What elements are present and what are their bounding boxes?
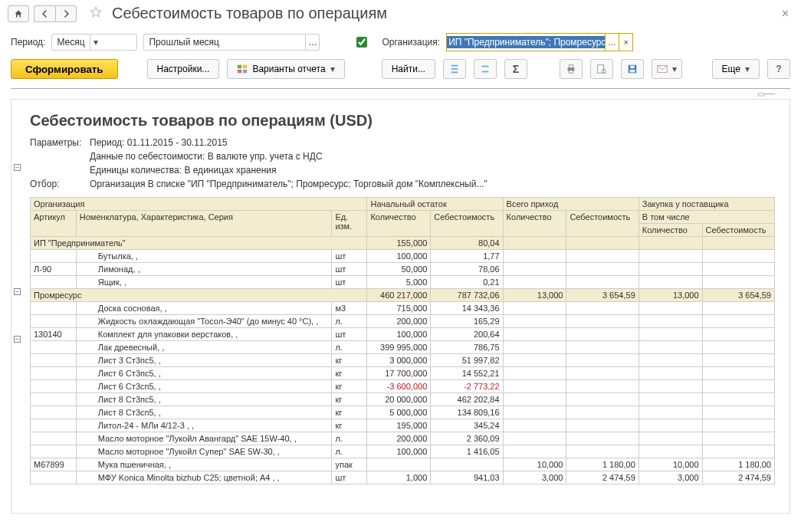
col-qty1: Количество (367, 211, 431, 237)
table-row[interactable]: Литол-24 - МЛи 4/12-3 , ,кг195,000345,24 (31, 419, 775, 432)
col-qty2: Количество (503, 211, 566, 237)
collapse-all-button[interactable] (474, 59, 497, 79)
table-row[interactable]: Лист 3 Ст3пс5, ,кг3 000,00051 997,82 (31, 354, 775, 367)
period-label: Период: (11, 37, 45, 48)
table-row[interactable]: Лист 8 Ст3сп5, ,кг5 000,000134 809,16 (31, 406, 775, 419)
back-button[interactable] (34, 5, 55, 22)
chevron-down-icon: ▾ (745, 64, 750, 74)
table-row[interactable]: Лак древесный, ,л.399 995,000786,75 (31, 341, 775, 354)
sum-button[interactable]: Σ (504, 59, 527, 79)
svg-rect-17 (629, 70, 635, 73)
filter-text: Организация В списке "ИП "Предпринимател… (90, 179, 487, 189)
params-label: Параметры: (30, 137, 90, 148)
chevron-down-icon[interactable]: ▾ (90, 34, 102, 50)
close-button[interactable]: × (777, 7, 793, 21)
collapse-tree-icon (480, 64, 491, 74)
col-zakup: Закупка у поставщика (639, 198, 774, 211)
table-row[interactable]: Л-90Лимонад, ,шт50,00078,06 (31, 263, 775, 276)
col-nach: Начальный остаток (367, 198, 503, 211)
forward-button[interactable] (55, 5, 77, 22)
home-icon (14, 9, 23, 18)
svg-rect-0 (238, 65, 241, 68)
table-row[interactable]: Масло моторное "Лукойл Супер" SAE 5W-30,… (31, 445, 775, 458)
org-clear-button[interactable]: × (619, 34, 632, 51)
col-cost1: Себестоимость (431, 211, 503, 237)
favorite-icon[interactable] (89, 5, 103, 21)
col-cost2: Себестоимость (566, 211, 639, 237)
grid-header: Организация Начальный остаток Всего прих… (31, 198, 775, 237)
period-value-text: Прошлый месяц (144, 37, 305, 48)
tree-collapse-grp1[interactable]: − (14, 288, 21, 295)
help-button[interactable]: ? (767, 59, 790, 79)
svg-rect-1 (243, 65, 247, 68)
svg-rect-5 (451, 68, 458, 70)
table-row[interactable]: Бутылка, ,шт100,0001,77 (31, 250, 775, 263)
expand-all-button[interactable] (443, 59, 466, 79)
more-button[interactable]: Еще ▾ (712, 59, 760, 79)
settings-button[interactable]: Настройки... (147, 59, 220, 79)
table-row[interactable]: Промресурс460 217,000787 732,0613,0003 6… (31, 289, 775, 302)
find-button[interactable]: Найти... (382, 59, 435, 79)
period-picker-button[interactable]: … (305, 34, 319, 50)
arrow-left-icon (41, 9, 50, 18)
report-variants-label: Варианты отчета (252, 64, 325, 74)
report-variants-button[interactable]: Варианты отчета ▾ (227, 59, 344, 79)
org-field[interactable]: ИП "Предприниматель"; Промресурс; То … × (446, 33, 633, 51)
col-cost3: Себестоимость (702, 224, 774, 237)
envelope-icon (657, 64, 668, 74)
send-button[interactable]: ▾ (652, 59, 682, 79)
report-grid: Организация Начальный остаток Всего прих… (30, 197, 775, 484)
svg-rect-2 (238, 70, 241, 73)
table-row[interactable]: ИП "Предприниматель"155,00080,04 (31, 237, 775, 250)
question-icon: ? (776, 64, 781, 74)
org-checkbox[interactable] (356, 37, 367, 48)
form-button[interactable]: Сформировать (11, 59, 118, 79)
print-button[interactable] (560, 59, 583, 79)
tree-collapse-outer[interactable]: − (14, 164, 21, 171)
svg-rect-16 (630, 66, 634, 69)
ruler: ▭── (11, 89, 790, 100)
diskette-icon (627, 64, 638, 74)
svg-rect-6 (451, 72, 458, 74)
page-title: Себестоимость товаров по операциям (112, 5, 773, 22)
chevron-down-icon: ▾ (330, 64, 335, 74)
table-row[interactable]: Лист 6 Ст3сп5, ,кг-3 600,000-2 773,22 (31, 380, 775, 393)
period-mode-combo[interactable]: Месяц ▾ (51, 34, 137, 51)
org-value: ИП "Предприниматель"; Промресурс; То (447, 36, 605, 48)
col-qty3: Количество (639, 224, 702, 237)
param-line-0: Период: 01.11.2015 - 30.11.2015 (90, 137, 228, 148)
table-row[interactable]: Лист 6 Ст3пс5, ,кг17 700,00014 552,21 (31, 367, 775, 380)
printer-icon (566, 64, 576, 74)
svg-rect-11 (569, 71, 573, 74)
svg-rect-4 (451, 65, 458, 67)
preview-button[interactable] (590, 59, 613, 79)
col-vsego: Всего приход (503, 198, 639, 211)
arrow-right-icon (61, 9, 71, 18)
period-mode-value: Месяц (52, 37, 89, 48)
table-row[interactable]: Масло моторное "Лукойл Авангард" SAE 15W… (31, 432, 775, 445)
table-row[interactable]: Ящик, ,шт5,0000,21 (31, 276, 775, 289)
param-line-2: Единицы количества: В единицах хранения (90, 165, 277, 176)
svg-rect-3 (243, 70, 247, 73)
col-nom: Номенклатура, Характеристика, Серия (76, 211, 332, 237)
svg-rect-8 (482, 71, 489, 73)
org-label: Организация: (382, 37, 440, 48)
col-org: Организация (31, 198, 367, 211)
table-row[interactable]: М67899Мука пшеничная, ,упак10,0001 180,0… (31, 458, 775, 471)
org-picker-button[interactable]: … (605, 34, 619, 51)
more-label: Еще (722, 64, 740, 74)
table-row[interactable]: Жидкость охлаждающая "Тосол-Э40" (до мин… (31, 315, 775, 328)
col-ed: Ед. изм. (332, 211, 367, 237)
col-vtom: В том числе (639, 211, 774, 224)
svg-rect-10 (569, 65, 573, 68)
svg-line-14 (605, 72, 606, 74)
tree-collapse-grp2[interactable]: − (14, 336, 21, 343)
table-row[interactable]: 130140Комплект для упаковки верстаков, ,… (31, 328, 775, 341)
save-button[interactable] (621, 59, 644, 79)
table-row[interactable]: МФУ Konica Minolta bizhub C25; цветной; … (31, 471, 775, 484)
table-row[interactable]: Лист 8 Ст3пс5, ,кг20 000,000462 202,84 (31, 393, 775, 406)
minimap-handle[interactable]: ▭── (757, 90, 775, 98)
table-row[interactable]: Доска сосновая, ,м3715,00014 343,36 (31, 302, 775, 315)
period-value-combo[interactable]: Прошлый месяц … (143, 34, 320, 51)
home-button[interactable] (8, 5, 29, 22)
